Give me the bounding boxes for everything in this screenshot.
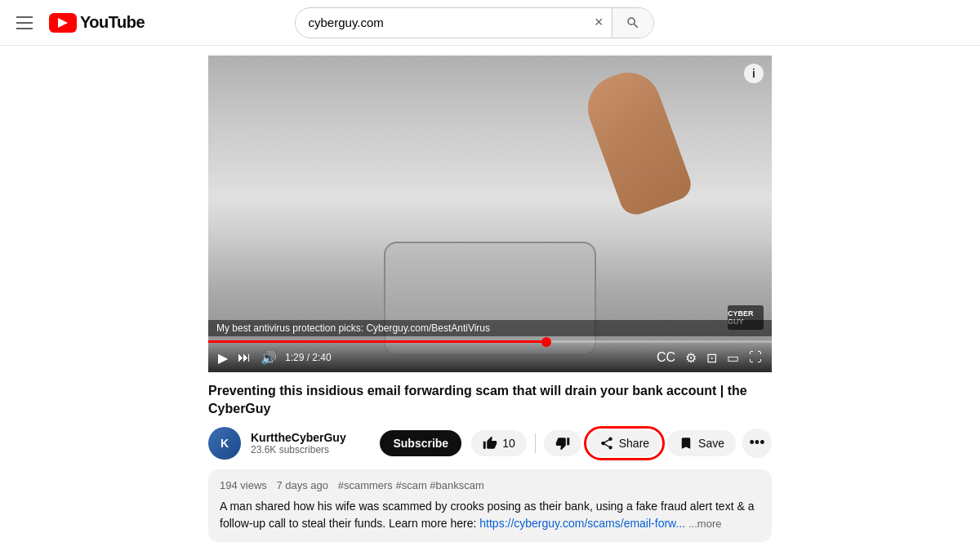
search-bar: × (295, 7, 654, 38)
cc-icon: CC (657, 350, 675, 365)
settings-icon: ⚙ (685, 350, 697, 366)
clear-icon: × (595, 14, 604, 31)
miniplayer-icon: ⊡ (706, 350, 717, 366)
miniplayer-button[interactable]: ⊡ (705, 349, 719, 367)
youtube-logo[interactable]: YouTube (49, 13, 145, 33)
channel-subs: 23.6K subscribers (251, 444, 370, 455)
youtube-logo-icon (49, 13, 77, 33)
mute-icon: 🔊 (261, 350, 277, 366)
main-content: i CYBER GUY My best antivirus protection… (0, 46, 980, 551)
dislike-button[interactable] (544, 430, 581, 456)
fullscreen-button[interactable]: ⛶ (747, 349, 764, 367)
description-more[interactable]: ...more (688, 518, 721, 530)
description-link[interactable]: https://cyberguy.com/scams/email-forw... (479, 517, 685, 530)
search-icon (626, 16, 640, 30)
controls-bar: ▶ ⏭ 🔊 1:29 / 2:40 CC ⚙ ⊡ (208, 343, 772, 372)
description-meta: 194 views 7 days ago #scammers #scam #ba… (220, 479, 760, 491)
channel-name[interactable]: KurttheCyberGuy (251, 431, 370, 444)
like-count: 10 (502, 437, 515, 450)
share-button[interactable]: Share (588, 430, 661, 456)
video-info-button[interactable]: i (744, 64, 764, 83)
more-options-button[interactable]: ••• (742, 429, 772, 458)
subscribe-button[interactable]: Subscribe (380, 430, 461, 456)
youtube-logo-text: YouTube (80, 13, 145, 32)
divider (535, 433, 536, 453)
description-text: A man shared how his wife was scammed by… (220, 498, 760, 532)
play-button[interactable]: ▶ (216, 349, 229, 367)
description-tags[interactable]: #scammers #scam #bankscam (338, 479, 484, 491)
time-display: 1:29 / 2:40 (285, 352, 332, 363)
fullscreen-icon: ⛶ (749, 350, 762, 365)
channel-avatar: K (208, 427, 241, 460)
save-icon (679, 436, 693, 451)
cc-button[interactable]: CC (655, 349, 677, 367)
finger-visual (579, 64, 696, 220)
play-icon: ▶ (218, 350, 228, 366)
like-icon (483, 436, 497, 451)
search-clear-button[interactable]: × (586, 14, 612, 31)
more-icon: ••• (750, 434, 765, 451)
skip-icon: ⏭ (238, 350, 251, 365)
header-left: YouTube (13, 13, 145, 33)
marquee-bar: My best antivirus protection picks: Cybe… (208, 320, 772, 336)
theater-button[interactable]: ▭ (725, 349, 741, 367)
skip-button[interactable]: ⏭ (236, 349, 252, 367)
save-label: Save (698, 437, 724, 450)
dislike-icon (555, 436, 570, 451)
search-submit-button[interactable] (612, 7, 653, 38)
settings-button[interactable]: ⚙ (684, 349, 698, 367)
save-button[interactable]: Save (667, 430, 736, 456)
mute-button[interactable]: 🔊 (259, 349, 278, 367)
channel-row: K KurttheCyberGuy 23.6K subscribers Subs… (208, 427, 772, 460)
view-count: 194 views (220, 479, 267, 491)
theater-icon: ▭ (727, 350, 739, 366)
channel-info: KurttheCyberGuy 23.6K subscribers (251, 431, 370, 455)
time-ago: 7 days ago (276, 479, 328, 491)
description-box: 194 views 7 days ago #scammers #scam #ba… (208, 469, 772, 542)
action-buttons: 10 Share (471, 429, 772, 458)
video-container: i CYBER GUY My best antivirus protection… (208, 46, 772, 551)
video-title: Preventing this insidious email forwardi… (208, 382, 772, 419)
share-icon (599, 436, 614, 451)
search-input[interactable] (296, 16, 586, 29)
video-player[interactable]: i CYBER GUY My best antivirus protection… (208, 56, 772, 372)
phone-visual (384, 242, 596, 356)
hamburger-menu-button[interactable] (13, 13, 36, 33)
share-label: Share (619, 437, 649, 450)
header: YouTube × (0, 0, 980, 46)
like-button[interactable]: 10 (471, 430, 527, 456)
